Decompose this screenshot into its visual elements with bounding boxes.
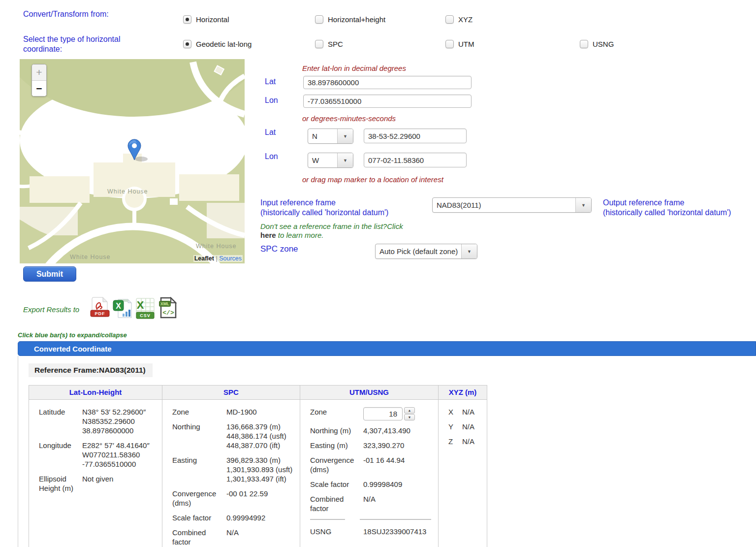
results-table: Lat-Lon-Height SPC UTM/USNG XYZ (m) Lati… <box>29 385 487 547</box>
table-row: Northing 136,668.379 (m) 448,386.174 (us… <box>172 422 293 450</box>
radio-label: USNG <box>593 40 614 48</box>
leaflet-map[interactable]: + − White House White House White House … <box>20 59 245 263</box>
radio-icon[interactable] <box>580 40 588 48</box>
row-values: N38° 53′ 52.29600″ N385352.29600 38.8978… <box>82 407 146 435</box>
export-csv-icon[interactable]: X CSV <box>135 298 155 320</box>
row-label: Convergence (dms) <box>310 455 363 474</box>
radio-icon[interactable] <box>315 15 323 24</box>
header-spc: SPC <box>162 386 300 399</box>
converted-coordinate-bar[interactable]: Converted Coordinate <box>18 341 756 356</box>
value-line: 1,301,930.893 (usft) <box>226 465 292 474</box>
row-label: Scale factor <box>172 513 226 522</box>
row-values: 0.99994992 <box>226 513 265 522</box>
radio-spc[interactable]: SPC <box>315 40 343 48</box>
radio-icon[interactable] <box>445 15 454 24</box>
chevron-down-icon: ▼ <box>337 153 353 167</box>
input-reference-frame-select[interactable]: NAD83(2011) ▼ <box>432 197 592 213</box>
column-utm-usng: Zone ▲ ▼ Northing (m) 4,307,413.490 <box>300 400 438 547</box>
value-line: 448,387.070 (ift) <box>226 441 286 450</box>
results-section: Reference Frame:NAD83(2011) Lat-Lon-Heig… <box>18 356 756 547</box>
output-frame-line2: (historically called 'horizontal datum') <box>603 208 731 218</box>
table-row: Ellipsoid Height (m) Not given <box>39 474 155 493</box>
utm-zone-row: Zone ▲ ▼ <box>310 407 431 420</box>
radio-geodetic[interactable]: Geodetic lat-long <box>183 40 252 48</box>
value-line: 38.8978600000 <box>82 426 146 435</box>
drag-marker-hint: or drag map marker to a location of inte… <box>302 175 443 184</box>
row-values: 136,668.379 (m) 448,386.174 (usft) 448,3… <box>226 422 286 450</box>
radio-label: SPC <box>328 40 343 48</box>
table-row: X N/A <box>448 407 480 417</box>
header-xyz: XYZ (m) <box>438 386 487 399</box>
value-line: N38° 53′ 52.29600″ <box>82 407 146 417</box>
utm-zone-input[interactable] <box>363 407 403 420</box>
radio-icon[interactable] <box>315 40 323 48</box>
lat-dms-input[interactable] <box>364 129 467 143</box>
input-reference-frame-label: Input reference frame (historically call… <box>260 198 388 218</box>
spc-zone-select[interactable]: Auto Pick (default zone) ▼ <box>375 244 477 259</box>
map-attribution: Leaflet | Sources <box>193 255 243 262</box>
ncat-page: Convert/Transform from: Horizontal Horiz… <box>0 0 756 547</box>
row-values: MD-1900 <box>226 407 257 417</box>
decimal-degrees-hint: Enter lat-lon in decimal degrees <box>302 64 406 72</box>
radio-utm[interactable]: UTM <box>445 40 474 48</box>
here-link[interactable]: here <box>260 231 276 239</box>
results-table-header: Lat-Lon-Height SPC UTM/USNG XYZ (m) <box>29 386 487 400</box>
map-label-white-house: White House <box>196 243 237 250</box>
lat-hemisphere-value: N <box>308 129 337 143</box>
submit-button[interactable]: Submit <box>23 266 76 282</box>
map-marker-pin[interactable] <box>126 139 152 161</box>
lat-dms-label: Lat <box>265 128 276 137</box>
zoom-in-button[interactable]: + <box>32 64 46 80</box>
radio-icon[interactable] <box>445 40 454 48</box>
header-utm-usng: UTM/USNG <box>300 386 438 399</box>
row-values: N/A <box>462 422 474 431</box>
lon-dms-input[interactable] <box>364 153 467 167</box>
row-values: N/A <box>226 528 239 547</box>
row-values: 4,307,413.490 <box>363 426 410 435</box>
row-label: Y <box>448 422 462 431</box>
row-values: E282° 57′ 48.41640″ W0770211.58360 -77.0… <box>82 441 150 469</box>
sources-link[interactable]: Sources <box>219 255 242 262</box>
svg-text:X: X <box>137 299 144 311</box>
radio-usng[interactable]: USNG <box>580 40 614 48</box>
header-lat-lon-height: Lat-Lon-Height <box>29 386 162 399</box>
table-row: Convergence (dms) -01 16 44.94 <box>310 455 431 474</box>
row-values: 0.99998409 <box>363 480 402 489</box>
table-row: Easting (m) 323,390.270 <box>310 441 431 450</box>
radio-label: Horizontal+height <box>328 15 385 24</box>
lon-decimal-input[interactable] <box>303 95 472 108</box>
svg-text:X: X <box>116 302 121 310</box>
usng-row: USNG 18SUJ2339007413 <box>310 527 431 536</box>
chevron-down-icon: ▼ <box>575 198 591 212</box>
input-frame-line1: Input reference frame <box>260 198 388 208</box>
row-values: 396,829.330 (m) 1,301,930.893 (usft) 1,3… <box>226 455 292 483</box>
row-label: Latitude <box>39 407 82 435</box>
radio-horizontal-height[interactable]: Horizontal+height <box>315 15 385 24</box>
radio-selected-icon[interactable] <box>183 40 191 48</box>
export-pdf-icon[interactable]: PDF <box>90 297 110 320</box>
export-xls-icon[interactable]: X <box>113 298 132 320</box>
column-xyz: X N/A Y N/A Z N/A <box>438 400 487 547</box>
reference-frame-badge: Reference Frame:NAD83(2011) <box>29 363 153 377</box>
table-row: Northing (m) 4,307,413.490 <box>310 426 431 435</box>
bar-title: Converted Coordinate <box>18 345 112 353</box>
table-row: Combined factor N/A <box>172 528 293 547</box>
row-values: 323,390.270 <box>363 441 404 450</box>
lat-hemisphere-select[interactable]: N ▼ <box>308 129 353 144</box>
radio-selected-icon[interactable] <box>183 15 191 24</box>
row-label: Ellipsoid Height (m) <box>39 474 82 493</box>
column-spc: Zone MD-1900 Northing 136,668.379 (m) 44… <box>162 400 300 547</box>
input-frame-line2: (historically called 'horizontal datum') <box>260 208 388 218</box>
lat-decimal-input[interactable] <box>303 76 472 89</box>
export-xml-icon[interactable]: XML </> <box>158 297 178 320</box>
chevron-down-icon: ▼ <box>337 129 353 143</box>
spinner-down-icon[interactable]: ▼ <box>404 414 415 420</box>
radio-label: UTM <box>458 40 474 48</box>
spinner-up-icon[interactable]: ▲ <box>404 407 415 414</box>
radio-horizontal[interactable]: Horizontal <box>183 15 229 24</box>
value-line: W0770211.58360 <box>82 450 150 459</box>
table-row: Z N/A <box>448 437 480 446</box>
lon-hemisphere-select[interactable]: W ▼ <box>308 153 353 168</box>
radio-xyz[interactable]: XYZ <box>445 15 472 24</box>
zoom-out-button[interactable]: − <box>32 80 46 96</box>
